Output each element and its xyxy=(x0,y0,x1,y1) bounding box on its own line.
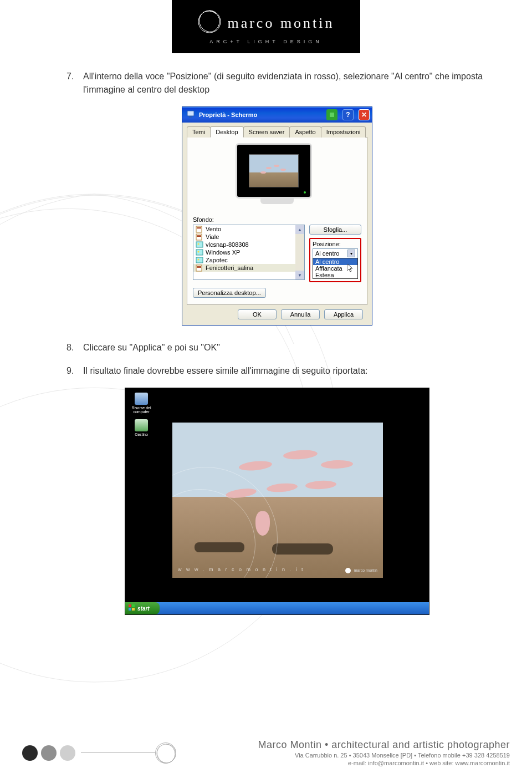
step-number: 7. xyxy=(66,70,79,96)
dialog-titlebar[interactable]: Proprietà - Schermo ? ✕ xyxy=(182,107,372,123)
monitor-icon xyxy=(187,110,196,119)
footer-main: Marco Montin • architectural and artisti… xyxy=(180,739,510,751)
chevron-down-icon: ▾ xyxy=(347,250,355,257)
logo-name-text: marco montin xyxy=(227,15,334,32)
svg-rect-14 xyxy=(196,250,203,255)
footer-line1: Via Carrubbio n. 25 • 35043 Monselice [P… xyxy=(180,752,510,759)
svg-rect-12 xyxy=(196,242,203,247)
tab-impostazioni[interactable]: Impostazioni xyxy=(321,126,366,138)
svg-rect-2 xyxy=(187,111,194,116)
wallpaper-brand: marco montin xyxy=(345,568,377,573)
svg-rect-21 xyxy=(129,604,131,607)
image-icon xyxy=(196,249,203,256)
footer-ring-icon xyxy=(155,743,176,764)
list-item-selected: Fenicotteri_salina xyxy=(193,264,304,272)
svg-rect-23 xyxy=(129,608,131,611)
file-icon xyxy=(196,233,203,241)
swirl-icon xyxy=(197,9,222,38)
tab-temi[interactable]: Temi xyxy=(187,126,211,138)
list-item: Zapotec xyxy=(193,256,304,264)
svg-point-15 xyxy=(198,251,200,253)
step-7: 7. All'interno della voce "Posizione" (d… xyxy=(66,70,488,96)
cursor-icon xyxy=(347,264,354,273)
tab-aspetto[interactable]: Aspetto xyxy=(289,126,321,138)
background-list[interactable]: Vento Viale vlcsnap-808308 Windows XP Za… xyxy=(193,225,305,280)
svg-rect-8 xyxy=(197,228,201,229)
tab-desktop[interactable]: Desktop xyxy=(210,126,243,138)
page-footer: Marco Montin • architectural and artisti… xyxy=(0,739,532,766)
position-label: Posizione: xyxy=(313,241,358,247)
list-item: Viale xyxy=(193,233,304,241)
svg-rect-10 xyxy=(197,235,201,236)
file-icon xyxy=(196,265,203,272)
svg-rect-22 xyxy=(132,604,135,607)
position-group-highlighted: Posizione: Al centro ▾ Al centro Affianc… xyxy=(309,238,361,282)
ok-button[interactable]: OK xyxy=(238,309,277,319)
step-text: Cliccare su "Applica" e poi su "OK" xyxy=(83,341,220,354)
close-button[interactable]: ✕ xyxy=(359,109,370,120)
file-icon xyxy=(196,226,203,233)
scroll-up-icon[interactable]: ▲ xyxy=(295,225,304,234)
scrollbar[interactable]: ▲ ▼ xyxy=(295,225,304,279)
step-8: 8. Cliccare su "Applica" e poi su "OK" xyxy=(66,341,488,354)
step-number: 9. xyxy=(66,364,79,378)
tab-screensaver[interactable]: Screen saver xyxy=(243,126,290,138)
display-properties-dialog: Proprietà - Schermo ? ✕ Temi Desktop Scr… xyxy=(182,106,372,326)
list-item: Windows XP xyxy=(193,248,304,256)
svg-rect-19 xyxy=(197,266,201,267)
svg-rect-18 xyxy=(196,265,202,271)
wallpaper-centered: w w w . m a r c o m o n t i n . i t marc… xyxy=(172,423,383,578)
step-9: 9. Il risultato finale dovrebbe essere s… xyxy=(66,364,488,378)
footer-dots xyxy=(22,745,75,761)
windows-flag-icon xyxy=(129,604,135,612)
personalize-desktop-button[interactable]: Personalizza desktop... xyxy=(193,288,266,298)
svg-rect-24 xyxy=(132,608,135,611)
svg-rect-6 xyxy=(196,226,202,232)
desktop-icon-recycle-bin[interactable]: Cestino xyxy=(130,419,153,436)
result-desktop-screenshot: Risorse del computer Cestino xyxy=(125,388,429,615)
footer-line2: e-mail: info@marcomontin.it • web site: … xyxy=(180,760,510,766)
dialog-title: Proprietà - Schermo xyxy=(199,111,321,118)
step-number: 8. xyxy=(66,341,79,354)
apply-button[interactable]: Applica xyxy=(324,309,363,319)
position-select[interactable]: Al centro ▾ xyxy=(313,248,358,258)
svg-point-17 xyxy=(198,259,200,261)
step-text: Il risultato finale dovrebbe essere simi… xyxy=(83,364,368,378)
svg-rect-5 xyxy=(330,113,334,117)
logo-subtitle: ARC+T LIGHT DESIGN xyxy=(209,39,322,44)
image-icon xyxy=(196,241,203,248)
sfondo-label: Sfondo: xyxy=(193,216,361,223)
list-item: vlcsnap-808308 xyxy=(193,241,304,248)
position-dropdown-popup: Al centro Affiancata Estesa xyxy=(313,258,358,279)
svg-rect-9 xyxy=(196,234,202,240)
header-logo: marco montin ARC+T LIGHT DESIGN xyxy=(172,0,360,53)
wallpaper-watermark-text: w w w . m a r c o m o n t i n . i t xyxy=(178,567,305,572)
svg-rect-16 xyxy=(196,257,203,263)
svg-rect-20 xyxy=(197,267,201,268)
scroll-down-icon[interactable]: ▼ xyxy=(295,271,304,279)
image-icon xyxy=(196,257,203,264)
titlebar-color-icon[interactable] xyxy=(326,109,337,120)
step-text: All'interno della voce "Posizione" (di s… xyxy=(83,70,488,96)
taskbar[interactable]: start xyxy=(125,602,429,614)
monitor-preview xyxy=(193,143,361,210)
svg-point-13 xyxy=(198,243,200,245)
svg-rect-3 xyxy=(189,116,192,118)
cancel-button[interactable]: Annulla xyxy=(281,309,320,319)
start-button[interactable]: start xyxy=(125,602,160,614)
help-button[interactable]: ? xyxy=(342,109,354,120)
svg-rect-11 xyxy=(197,236,201,237)
browse-button[interactable]: Sfoglia... xyxy=(309,225,361,235)
desktop-icon-my-computer[interactable]: Risorse del computer xyxy=(130,393,153,414)
tab-strip: Temi Desktop Screen saver Aspetto Impost… xyxy=(187,126,367,138)
list-item: Vento xyxy=(193,225,304,233)
svg-rect-7 xyxy=(197,227,201,228)
